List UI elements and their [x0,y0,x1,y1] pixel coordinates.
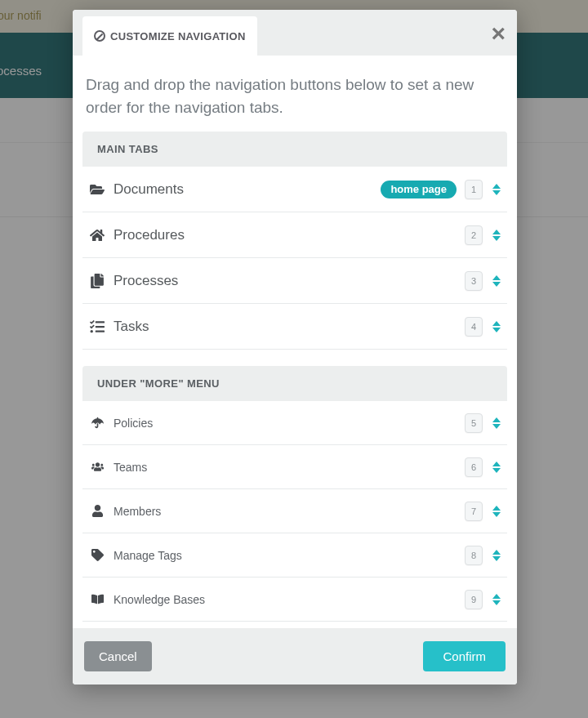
home-page-badge: home page [381,181,457,198]
sort-handle[interactable] [491,591,502,609]
order-number: 1 [465,180,483,199]
confirm-button[interactable]: Confirm [423,641,506,671]
users-icon [86,461,109,473]
order-number: 3 [465,271,483,291]
cancel-button[interactable]: Cancel [84,641,152,671]
modal-footer: Cancel Confirm [73,628,517,685]
order-number: 7 [465,502,483,521]
sort-handle[interactable] [491,226,502,244]
customize-icon [94,30,105,42]
order-number: 8 [465,546,483,565]
book-icon [86,593,109,605]
sort-handle[interactable] [491,414,502,432]
tag-icon [86,549,109,561]
copy-icon [86,274,109,288]
nav-item-label: Knowledge Bases [109,593,465,606]
nav-item-knowledge-bases[interactable]: Knowledge Bases 9 [82,578,507,622]
nav-item-label: Procedures [109,227,465,243]
home-icon [86,228,109,243]
nav-item-label: Members [109,505,465,518]
nav-item-manage-tags[interactable]: Manage Tags 8 [82,533,507,578]
folder-open-icon [86,182,109,197]
nav-item-label: Teams [109,461,465,474]
order-number: 6 [465,457,483,477]
nav-item-processes[interactable]: Processes 3 [82,258,507,304]
modal-tab-label: CUSTOMIZE NAVIGATION [110,30,246,42]
nav-item-label: Tasks [109,319,465,335]
modal-header: CUSTOMIZE NAVIGATION × [73,10,517,56]
instructions-text: Drag and drop the navigation buttons bel… [82,70,507,132]
user-icon [86,505,109,517]
sort-handle[interactable] [491,318,502,336]
close-icon[interactable]: × [491,21,506,46]
sort-handle[interactable] [491,458,502,476]
sort-handle[interactable] [491,181,502,198]
sort-handle[interactable] [491,272,502,290]
nav-item-label: Processes [109,273,465,289]
sort-handle[interactable] [491,502,502,520]
nav-item-teams[interactable]: Teams 6 [82,445,507,489]
nav-item-policies[interactable]: Policies 5 [82,401,507,445]
list-check-icon [86,319,109,334]
order-number: 9 [465,590,483,609]
order-number: 4 [465,317,483,337]
section-more-menu-header: UNDER "MORE" MENU [82,366,507,401]
nav-item-documents[interactable]: Documents home page 1 [82,167,507,212]
modal-body: Drag and drop the navigation buttons bel… [73,56,517,628]
order-number: 5 [465,413,483,433]
section-main-tabs-header: MAIN TABS [82,132,507,167]
nav-item-label: Documents [109,181,381,198]
nav-item-label: Policies [109,417,465,430]
nav-item-tasks[interactable]: Tasks 4 [82,304,507,350]
umbrella-icon [86,417,109,429]
modal-tab-customize[interactable]: CUSTOMIZE NAVIGATION [82,16,257,56]
customize-navigation-modal: CUSTOMIZE NAVIGATION × Drag and drop the… [73,10,517,685]
sort-handle[interactable] [491,546,502,564]
nav-item-label: Manage Tags [109,549,465,562]
order-number: 2 [465,225,483,245]
nav-item-procedures[interactable]: Procedures 2 [82,212,507,258]
nav-item-members[interactable]: Members 7 [82,489,507,533]
